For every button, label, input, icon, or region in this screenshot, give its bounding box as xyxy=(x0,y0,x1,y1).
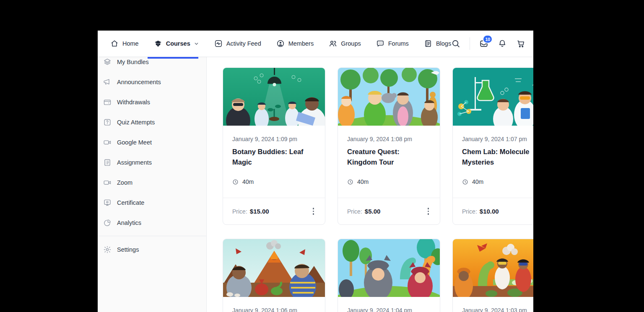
course-thumbnail[interactable] xyxy=(338,239,440,297)
nav-item-groups[interactable]: Groups xyxy=(329,39,361,48)
course-duration: 40m xyxy=(347,178,431,185)
nav-item-activity-feed[interactable]: Activity Feed xyxy=(214,39,261,48)
sidebar-item-label: Assignments xyxy=(117,159,152,166)
course-card-body: January 9, 2024 1:07 pm Chem Lab: Molecu… xyxy=(453,126,533,198)
sidebar-item-label: Analytics xyxy=(117,219,141,226)
nav-item-home[interactable]: Home xyxy=(110,39,139,48)
course-title[interactable]: Creature Quest: Kingdom Tour xyxy=(347,147,431,168)
sidebar-item-withdrawals[interactable]: Withdrawals xyxy=(98,92,206,112)
course-card-body: January 9, 2024 1:08 pm Creature Quest: … xyxy=(338,126,440,198)
course-title[interactable]: Botany Buddies: Leaf Magic xyxy=(232,147,316,168)
sidebar-item-google-meet[interactable]: Google Meet xyxy=(98,132,206,152)
clock-icon xyxy=(347,179,353,185)
nav-divider xyxy=(470,37,470,50)
course-grid: January 9, 2024 1:09 pm Botany Buddies: … xyxy=(223,67,533,312)
course-card-body: January 9, 2024 1:06 pm xyxy=(223,297,325,312)
messages-button[interactable]: 10 xyxy=(479,39,488,48)
sidebar-item-label: My Bundles xyxy=(117,59,149,65)
course-thumbnail[interactable] xyxy=(223,68,325,126)
course-card: January 9, 2024 1:08 pm Creature Quest: … xyxy=(338,67,440,225)
video-icon xyxy=(103,178,112,187)
course-card: January 9, 2024 1:06 pm xyxy=(223,239,325,312)
wallet-icon xyxy=(103,98,112,106)
nav-actions: 10 xyxy=(451,37,525,50)
card-menu-button[interactable] xyxy=(311,206,316,217)
active-tab-indicator xyxy=(148,57,198,59)
sidebar-item-analytics[interactable]: Analytics xyxy=(98,213,206,233)
course-card: January 9, 2024 1:09 pm Botany Buddies: … xyxy=(223,67,325,225)
nav-item-label: Home xyxy=(122,40,139,47)
price-label: Price: xyxy=(462,208,477,215)
course-card-footer: Price: $15.00 xyxy=(223,198,325,224)
course-date: January 9, 2024 1:04 pm xyxy=(347,307,431,312)
sidebar-item-assignments[interactable]: Assignments xyxy=(98,152,206,173)
course-card: January 9, 2024 1:03 pm xyxy=(452,239,533,312)
nav-item-blogs[interactable]: Blogs xyxy=(424,39,451,48)
blog-icon xyxy=(424,39,432,48)
nav-item-label: Courses xyxy=(166,40,190,47)
sidebar-item-settings[interactable]: Settings xyxy=(98,240,206,260)
cart-button[interactable] xyxy=(516,39,525,48)
nav-item-members[interactable]: Members xyxy=(276,39,314,48)
sidebar-item-zoom[interactable]: Zoom xyxy=(98,173,206,193)
course-thumbnail[interactable] xyxy=(338,68,440,126)
nav-item-courses[interactable]: Courses xyxy=(154,39,199,48)
course-duration-value: 40m xyxy=(357,178,369,185)
search-button[interactable] xyxy=(451,39,460,48)
course-card: January 9, 2024 1:07 pm Chem Lab: Molecu… xyxy=(452,67,533,225)
certificate-icon xyxy=(103,199,112,207)
app-window: Home Courses Activity Feed xyxy=(98,31,533,312)
price-value: $10.00 xyxy=(480,208,499,215)
megaphone-icon xyxy=(103,78,112,86)
video-icon xyxy=(103,138,112,147)
course-date: January 9, 2024 1:07 pm xyxy=(462,136,533,142)
sidebar-item-my-bundles[interactable]: My Bundles xyxy=(98,57,206,72)
gear-icon xyxy=(103,245,112,254)
cart-icon xyxy=(516,39,525,48)
course-price: Price: $5.00 xyxy=(347,208,380,215)
course-duration: 40m xyxy=(232,178,316,185)
course-price: Price: $15.00 xyxy=(232,208,269,215)
inbox-badge: 10 xyxy=(483,35,493,44)
nav-item-label: Blogs xyxy=(436,40,451,47)
groups-icon xyxy=(329,39,337,48)
course-title[interactable]: Chem Lab: Molecule Mysteries xyxy=(462,147,533,168)
nav-item-label: Activity Feed xyxy=(226,40,261,47)
price-label: Price: xyxy=(232,208,247,215)
price-value: $5.00 xyxy=(365,208,381,215)
course-card-body: January 9, 2024 1:03 pm xyxy=(453,297,533,312)
nav-item-forums[interactable]: Forums xyxy=(376,39,409,48)
clock-icon xyxy=(232,179,239,185)
member-icon xyxy=(276,39,285,48)
activity-icon xyxy=(214,39,223,48)
forum-icon xyxy=(376,39,384,48)
sidebar-divider xyxy=(98,236,206,236)
course-date: January 9, 2024 1:06 pm xyxy=(232,307,316,312)
course-thumbnail[interactable] xyxy=(453,68,533,126)
course-duration: 40m xyxy=(462,178,533,185)
sidebar-menu: My Bundles Announcements Withdrawals xyxy=(98,57,206,233)
sidebar-item-quiz-attempts[interactable]: Quiz Attempts xyxy=(98,112,206,132)
course-card: January 9, 2024 1:04 pm xyxy=(338,239,440,312)
price-label: Price: xyxy=(347,208,362,215)
sidebar-item-label: Quiz Attempts xyxy=(117,119,155,126)
layers-icon xyxy=(103,58,112,66)
sidebar-item-certificate[interactable]: Certificate xyxy=(98,193,206,213)
course-thumbnail[interactable] xyxy=(453,239,533,297)
course-card-body: January 9, 2024 1:09 pm Botany Buddies: … xyxy=(223,126,325,198)
sidebar-item-label: Withdrawals xyxy=(117,99,150,106)
price-value: $15.00 xyxy=(250,208,269,215)
quiz-icon xyxy=(103,118,112,126)
course-card-footer: Price: $5.00 xyxy=(338,198,440,224)
card-menu-button[interactable] xyxy=(426,206,431,217)
course-thumbnail[interactable] xyxy=(223,239,325,297)
home-icon xyxy=(110,39,119,48)
course-card-footer: Price: $10.00 xyxy=(453,198,533,224)
top-nav: Home Courses Activity Feed xyxy=(98,31,533,57)
nav-item-label: Forums xyxy=(388,40,409,47)
course-duration-value: 40m xyxy=(472,178,483,185)
sidebar-item-announcements[interactable]: Announcements xyxy=(98,72,206,92)
sidebar: My Bundles Announcements Withdrawals xyxy=(98,57,207,312)
notifications-button[interactable] xyxy=(498,39,507,48)
assignment-icon xyxy=(103,158,112,167)
